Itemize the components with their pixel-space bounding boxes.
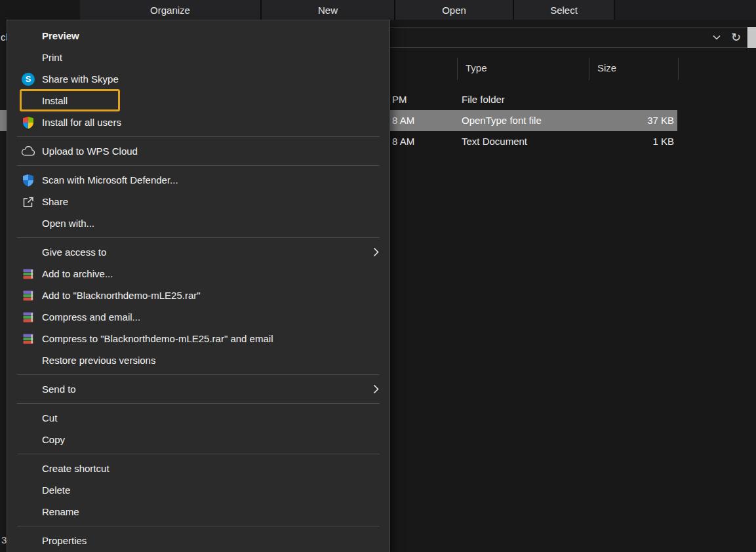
submenu-arrow-icon bbox=[373, 384, 379, 394]
blank-icon-slot bbox=[20, 461, 36, 477]
menu-item-label: Scan with Microsoft Defender... bbox=[42, 174, 178, 186]
menu-item-delete[interactable]: Delete bbox=[7, 479, 389, 501]
menu-item-label: Cut bbox=[42, 412, 57, 424]
chevron-down-icon[interactable] bbox=[713, 35, 721, 40]
menu-item-install[interactable]: Install bbox=[7, 90, 389, 111]
menu-item-compress-to-rar-and-email[interactable]: Compress to "Blacknorthdemo-mLE25.rar" a… bbox=[7, 328, 389, 349]
row-size: 37 KB bbox=[589, 110, 674, 131]
menu-item-preview[interactable]: Preview bbox=[7, 25, 389, 47]
menu-item-properties[interactable]: Properties bbox=[7, 530, 389, 551]
menu-item-label: Compress to "Blacknorthdemo-mLE25.rar" a… bbox=[42, 333, 273, 344]
blank-icon-slot bbox=[20, 245, 36, 260]
menu-item-label: Restore previous versions bbox=[42, 355, 155, 366]
skype-icon: S bbox=[20, 71, 36, 87]
menu-item-cut[interactable]: Cut bbox=[7, 407, 389, 429]
column-header-size[interactable]: Size bbox=[597, 62, 616, 73]
blank-icon-slot bbox=[20, 382, 36, 397]
menu-item-label: Install for all users bbox=[42, 117, 121, 128]
uac-shield-icon bbox=[20, 115, 36, 130]
menu-item-label: Compress and email... bbox=[42, 311, 140, 323]
menu-item-label: Properties bbox=[42, 535, 87, 546]
menu-separator bbox=[17, 165, 380, 166]
menu-item-label: Add to "Blacknorthdemo-mLE25.rar" bbox=[42, 290, 201, 301]
menu-item-label: Rename bbox=[42, 506, 79, 517]
menu-item-restore-previous-versions[interactable]: Restore previous versions bbox=[7, 349, 389, 371]
share-icon bbox=[20, 194, 36, 210]
menu-item-label: Copy bbox=[42, 434, 65, 445]
menu-item-label: Open with... bbox=[42, 218, 94, 229]
menu-separator bbox=[17, 374, 380, 375]
menu-item-compress-and-email[interactable]: Compress and email... bbox=[7, 306, 389, 328]
toolbar-button-select[interactable]: Select bbox=[514, 0, 615, 20]
blank-icon-slot bbox=[20, 533, 36, 549]
winrar-icon bbox=[20, 266, 36, 282]
menu-item-copy[interactable]: Copy bbox=[7, 429, 389, 450]
blank-icon-slot bbox=[20, 28, 36, 44]
menu-item-label: Install bbox=[42, 95, 68, 106]
winrar-icon bbox=[20, 288, 36, 304]
menu-item-upload-to-wps-cloud[interactable]: Upload to WPS Cloud bbox=[7, 140, 389, 162]
ribbon-spacer bbox=[0, 0, 80, 20]
ribbon-toolbar: Organize New Open Select bbox=[0, 0, 756, 20]
cloud-icon bbox=[20, 144, 36, 159]
menu-item-print[interactable]: Print bbox=[7, 47, 389, 68]
menu-separator bbox=[17, 454, 380, 454]
explorer-window: Organize New Open Select ck ↻ Type Size … bbox=[0, 0, 756, 552]
menu-item-label: Upload to WPS Cloud bbox=[42, 146, 138, 157]
blank-icon-slot bbox=[20, 483, 36, 498]
toolbar-button-open[interactable]: Open bbox=[395, 0, 514, 20]
refresh-icon[interactable]: ↻ bbox=[731, 31, 741, 43]
column-separator bbox=[678, 58, 679, 80]
skype-badge: S bbox=[22, 73, 35, 86]
row-type: OpenType font file bbox=[462, 110, 542, 131]
row-size: 1 KB bbox=[589, 131, 674, 152]
menu-item-send-to[interactable]: Send to bbox=[7, 378, 389, 400]
row-date-fragment: 8 AM bbox=[392, 110, 414, 131]
menu-item-open-with[interactable]: Open with... bbox=[7, 212, 389, 234]
column-header-type[interactable]: Type bbox=[466, 62, 487, 73]
menu-item-give-access-to[interactable]: Give access to bbox=[7, 241, 389, 263]
row-type: Text Document bbox=[462, 131, 527, 152]
submenu-arrow-icon bbox=[373, 247, 379, 257]
menu-separator bbox=[17, 526, 380, 526]
search-field-fragment[interactable] bbox=[747, 27, 756, 48]
menu-item-label: Print bbox=[42, 52, 62, 63]
column-separator bbox=[589, 58, 589, 80]
menu-item-label: Add to archive... bbox=[42, 268, 113, 279]
menu-item-label: Share bbox=[42, 196, 68, 207]
menu-separator bbox=[17, 136, 380, 137]
ribbon-rest bbox=[615, 0, 756, 20]
blank-icon-slot bbox=[20, 432, 36, 448]
blank-icon-slot bbox=[20, 353, 36, 368]
column-separator bbox=[457, 58, 458, 80]
menu-separator bbox=[17, 403, 380, 404]
blank-icon-slot bbox=[20, 216, 36, 231]
menu-item-label: Give access to bbox=[42, 246, 106, 258]
menu-item-create-shortcut[interactable]: Create shortcut bbox=[7, 458, 389, 479]
menu-item-share[interactable]: Share bbox=[7, 191, 389, 212]
menu-item-rename[interactable]: Rename bbox=[7, 501, 389, 522]
blank-icon-slot bbox=[20, 93, 36, 109]
toolbar-button-new[interactable]: New bbox=[262, 0, 395, 20]
defender-shield-icon bbox=[20, 172, 36, 188]
row-type: File folder bbox=[462, 89, 505, 110]
menu-item-label: Create shortcut bbox=[42, 463, 109, 474]
winrar-icon bbox=[20, 331, 36, 347]
menu-item-add-to-rar[interactable]: Add to "Blacknorthdemo-mLE25.rar" bbox=[7, 285, 389, 306]
menu-separator bbox=[17, 237, 380, 238]
context-menu: Preview Print S Share with Skype Install bbox=[7, 20, 390, 552]
menu-item-scan-with-microsoft-defender[interactable]: Scan with Microsoft Defender... bbox=[7, 169, 389, 191]
menu-item-label: Send to bbox=[42, 384, 76, 395]
row-date-fragment: PM bbox=[392, 89, 407, 110]
menu-item-label: Preview bbox=[42, 30, 79, 41]
winrar-icon bbox=[20, 309, 36, 325]
blank-icon-slot bbox=[20, 504, 36, 520]
menu-item-label: Delete bbox=[42, 484, 70, 496]
blank-icon-slot bbox=[20, 410, 36, 426]
menu-item-label: Share with Skype bbox=[42, 73, 119, 85]
menu-item-add-to-archive[interactable]: Add to archive... bbox=[7, 263, 389, 285]
menu-item-share-with-skype[interactable]: S Share with Skype bbox=[7, 68, 389, 90]
row-date-fragment: 8 AM bbox=[392, 131, 414, 152]
menu-item-install-for-all-users[interactable]: Install for all users bbox=[7, 111, 389, 133]
toolbar-button-organize[interactable]: Organize bbox=[80, 0, 262, 20]
